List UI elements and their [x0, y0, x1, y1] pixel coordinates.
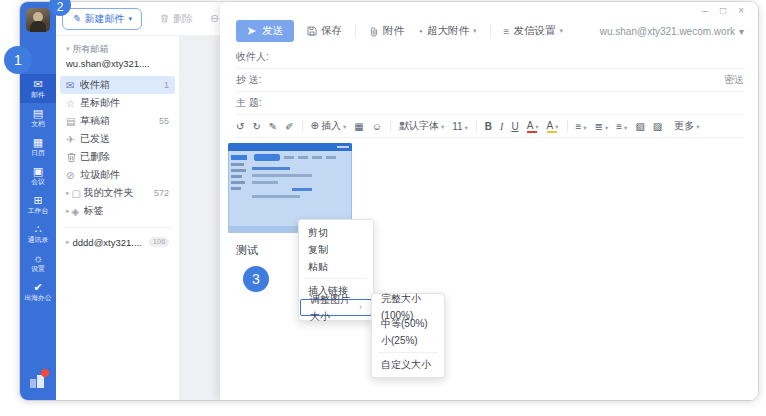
send-button[interactable]: 发送: [236, 20, 294, 42]
rail-item-global[interactable]: ✔ 出海办公: [20, 277, 56, 306]
rail-item-docs[interactable]: ▤ 文档: [20, 103, 56, 132]
spam-icon: ⊘: [66, 170, 80, 181]
folder-drafts[interactable]: ▤ 草稿箱 55: [60, 112, 175, 130]
rail-item-mail[interactable]: ✉ 2 邮件: [20, 74, 56, 103]
save-button[interactable]: 保存: [307, 24, 342, 38]
workbench-icon: ⊞: [33, 194, 42, 206]
menu-item-cut[interactable]: 剪切: [299, 224, 373, 241]
divider: [64, 227, 171, 228]
font-color-button[interactable]: A▾: [527, 120, 539, 133]
folder-spam[interactable]: ⊘ 垃圾邮件: [60, 166, 175, 184]
bars-icon: [30, 379, 36, 388]
folder-starred[interactable]: ☆ 星标邮件: [60, 94, 175, 112]
maximize-button[interactable]: □: [720, 6, 726, 16]
cc-input[interactable]: [262, 69, 724, 91]
send-settings-button[interactable]: ≡ 发信设置 ▾: [504, 24, 563, 38]
second-account[interactable]: ▸ dddd@xty321.... 106: [60, 233, 175, 251]
rail-item-contacts[interactable]: ∴ 通讯录: [20, 219, 56, 248]
caret-down-icon: ▾: [66, 45, 70, 53]
resize-submenu: 完整大小(100%) 中等(50%) 小(25%) 自定义大小: [371, 293, 445, 378]
envelope-icon: ✉: [66, 80, 80, 91]
subject-label: 主 题:: [236, 96, 262, 110]
align-button[interactable]: ≡▾: [576, 121, 587, 132]
delete-button[interactable]: 删除: [159, 12, 193, 26]
submenu-item-full-size[interactable]: 完整大小(100%): [372, 298, 444, 315]
italic-button[interactable]: I: [500, 121, 503, 132]
rail-label: 设置: [31, 265, 45, 273]
cc-label: 抄 送:: [236, 73, 262, 87]
clear-format-icon[interactable]: ✐: [285, 121, 293, 132]
bcc-link[interactable]: 密送: [724, 73, 744, 87]
folder-trash[interactable]: 已删除: [60, 148, 175, 166]
screenshot-canvas: ✉ 2 邮件 ▤ 文档 ▦ 日历 ▣ 会议 ⊞ 工作台 ∴ 通讯录: [0, 0, 766, 416]
annotation-step-1: 1: [4, 46, 32, 74]
divider: [476, 120, 477, 132]
divider: [302, 120, 303, 132]
subject-field-row: 主 题:: [236, 92, 744, 115]
indent-button[interactable]: ▧: [635, 121, 644, 132]
rail-item-activity[interactable]: [29, 372, 47, 388]
all-mailboxes-toggle[interactable]: ▾ 所有邮箱: [60, 42, 175, 56]
bold-button[interactable]: B: [485, 121, 492, 132]
calendar-icon: ▦: [33, 136, 43, 148]
caret-right-icon: ▸: [66, 207, 70, 215]
folder-inbox[interactable]: ✉ 收件箱 1: [60, 76, 175, 94]
embedded-image-titlebar: [228, 143, 352, 151]
rail-label: 通讯录: [28, 236, 48, 244]
trash-icon: [66, 152, 80, 163]
folder-tags[interactable]: ▸ ◈ 标签: [60, 202, 175, 220]
highlight-color-button[interactable]: A▾: [547, 120, 559, 133]
submenu-item-small[interactable]: 小(25%): [372, 332, 444, 349]
new-mail-button[interactable]: ✎ 新建邮件 ▾: [62, 8, 142, 30]
more-format-button[interactable]: 更多▾: [674, 119, 699, 133]
outdent-button[interactable]: ▨: [653, 121, 662, 132]
image-icon[interactable]: ▦: [354, 121, 363, 132]
mail-icon: ✉: [33, 78, 42, 90]
to-label: 收件人:: [236, 50, 269, 64]
folder-sent[interactable]: ✈ 已发送: [60, 130, 175, 148]
undo-icon[interactable]: ↺: [236, 121, 244, 132]
underline-button[interactable]: U: [511, 121, 518, 132]
large-attachment-button[interactable]: ◔ 超大附件 ▾: [417, 24, 477, 38]
rail-item-settings[interactable]: ☼ 设置: [20, 248, 56, 277]
from-address-selector[interactable]: wu.shan@xty321.wecom.work ▾: [600, 26, 744, 37]
format-painter-icon[interactable]: ✎: [269, 121, 277, 132]
rail-item-meeting[interactable]: ▣ 会议: [20, 161, 56, 190]
divider: [355, 24, 356, 38]
chevron-down-icon: ▾: [473, 27, 477, 35]
folder-count: 572: [154, 188, 169, 198]
divider: [567, 120, 568, 132]
subject-input[interactable]: [262, 92, 744, 114]
notification-dot: [41, 369, 49, 377]
font-size-select[interactable]: 11▾: [452, 121, 468, 132]
rail-item-workbench[interactable]: ⊞ 工作台: [20, 190, 56, 219]
to-input[interactable]: [269, 46, 744, 68]
paperclip-icon: [369, 26, 379, 37]
emoji-icon[interactable]: ☺: [372, 121, 382, 132]
minimize-button[interactable]: –: [703, 6, 709, 16]
save-icon: [307, 26, 317, 36]
font-family-select[interactable]: 默认字体▾: [399, 119, 444, 133]
menu-item-paste[interactable]: 粘贴: [299, 258, 373, 275]
to-field-row: 收件人:: [236, 46, 744, 69]
menu-item-resize-image[interactable]: 调整图片大小 ›: [300, 299, 372, 316]
list-icon: ≡: [504, 26, 510, 37]
pencil-icon: ✎: [72, 13, 80, 24]
divider: [390, 120, 391, 132]
avatar[interactable]: [26, 8, 50, 32]
redo-icon[interactable]: ↻: [252, 121, 260, 132]
unordered-list-button[interactable]: ≡▾: [616, 121, 627, 132]
rail-item-calendar[interactable]: ▦ 日历: [20, 132, 56, 161]
account-address[interactable]: wu.shan@xty321....: [60, 56, 175, 72]
insert-menu[interactable]: ⊕ 插入▾: [311, 119, 347, 133]
rail-label: 会议: [31, 178, 45, 186]
submenu-item-custom[interactable]: 自定义大小: [372, 356, 444, 373]
chevron-down-icon: ▾: [739, 26, 744, 37]
attachment-button[interactable]: 附件: [369, 24, 404, 38]
ordered-list-button[interactable]: ≣▾: [595, 121, 609, 132]
cc-field-row: 抄 送: 密送: [236, 69, 744, 92]
format-toolbar: ↺ ↻ ✎ ✐ ⊕ 插入▾ ▦ ☺ 默认字体▾ 1: [236, 115, 744, 138]
menu-item-copy[interactable]: 复制: [299, 241, 373, 258]
folder-my-folders[interactable]: ▸ ▢ 我的文件夹 572: [60, 184, 175, 202]
close-button[interactable]: ×: [738, 6, 744, 16]
